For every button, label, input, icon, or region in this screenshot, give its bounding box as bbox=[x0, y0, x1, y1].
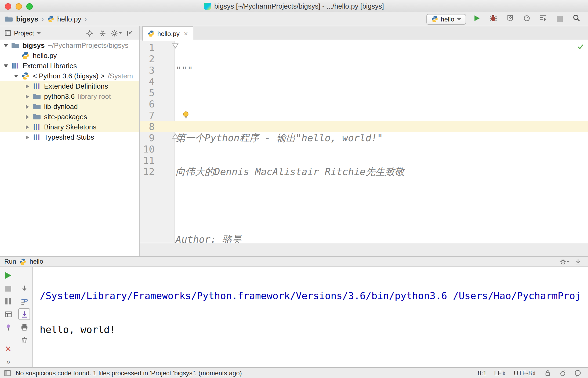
arrow-down-icon bbox=[20, 284, 28, 292]
line-number: 8 bbox=[140, 121, 175, 132]
run-panel-settings-button[interactable] bbox=[559, 257, 570, 266]
stop-button[interactable] bbox=[554, 13, 566, 25]
tree-item-typeshed-stubs[interactable]: Typeshed Stubs bbox=[0, 132, 139, 142]
run-config-selector[interactable]: hello bbox=[426, 14, 466, 24]
status-message[interactable]: No suspicious code found. 1 files proces… bbox=[16, 369, 242, 377]
coverage-button[interactable] bbox=[504, 13, 516, 25]
code-area[interactable]: """ 第一个Python程序 - 输出"hello, world!" 向伟大的… bbox=[176, 42, 588, 243]
tree-item-note: library root bbox=[78, 92, 111, 100]
stop-button[interactable] bbox=[0, 282, 16, 295]
printer-icon bbox=[20, 323, 28, 331]
code-line: 向伟大的Dennis MacAlistair Ritchie先生致敬 bbox=[176, 166, 588, 177]
line-number: 1 bbox=[140, 42, 175, 53]
project-tool-window: Project bigsys ~/PycharmProjects/bi bbox=[0, 26, 140, 256]
line-number: 12 bbox=[140, 166, 175, 177]
run-tab-label[interactable]: hello bbox=[30, 258, 43, 265]
toolwindow-switcher-icon[interactable] bbox=[4, 369, 11, 377]
intention-bulb-icon[interactable] bbox=[182, 111, 190, 119]
pin-icon bbox=[4, 323, 12, 331]
console-output-line: hello, world! bbox=[40, 324, 588, 335]
console-blank-line bbox=[40, 358, 588, 367]
search-icon bbox=[572, 14, 580, 24]
tree-item-extended-definitions[interactable]: Extended Definitions bbox=[0, 81, 139, 91]
chevron-right-icon: › bbox=[85, 15, 87, 23]
close-icon: ✕ bbox=[5, 344, 11, 352]
fold-region-end-icon[interactable] bbox=[172, 133, 179, 139]
title-bar: bigsys [~/PycharmProjects/bigsys] - .../… bbox=[0, 0, 588, 12]
editor-bottom-strip bbox=[140, 243, 588, 256]
print-button[interactable] bbox=[16, 321, 32, 333]
updown-arrows-icon: ⇕ bbox=[502, 370, 506, 376]
tree-item-hello-py[interactable]: hello.py bbox=[0, 50, 139, 61]
tree-item-lib-dynload[interactable]: lib-dynload bbox=[0, 101, 139, 112]
tree-item-site-packages[interactable]: site-packages bbox=[0, 112, 139, 122]
library-icon bbox=[11, 62, 19, 70]
tree-item-python-sdk[interactable]: < Python 3.6 (bigsys) > /System bbox=[0, 71, 139, 81]
hide-panel-button[interactable] bbox=[125, 28, 135, 38]
breadcrumb-file[interactable]: hello.py bbox=[57, 15, 81, 23]
play-icon bbox=[473, 14, 480, 24]
tree-item-python36-root[interactable]: python3.6 library root bbox=[0, 91, 139, 101]
hide-run-panel-button[interactable] bbox=[573, 257, 583, 266]
run-console[interactable]: /System/Library/Frameworks/Python.framew… bbox=[33, 267, 588, 367]
lock-icon[interactable] bbox=[544, 369, 551, 377]
line-number: 5 bbox=[140, 87, 175, 98]
soft-wrap-button[interactable] bbox=[16, 295, 32, 308]
restore-layout-button[interactable] bbox=[0, 308, 16, 321]
debug-button[interactable] bbox=[487, 13, 499, 25]
highlighting-level-icon[interactable] bbox=[559, 369, 567, 377]
scroll-to-end-button[interactable] bbox=[16, 308, 32, 321]
down-the-stack-trace-button[interactable] bbox=[16, 282, 32, 295]
project-panel-title[interactable]: Project bbox=[14, 29, 34, 37]
pause-output-button[interactable] bbox=[0, 295, 16, 308]
minimize-window-button[interactable] bbox=[16, 3, 22, 10]
line-number: 10 bbox=[140, 143, 175, 155]
collapse-all-button[interactable] bbox=[97, 28, 107, 38]
chevron-right-icon: › bbox=[41, 15, 44, 23]
coverage-shield-icon bbox=[506, 14, 514, 24]
inspections-ok-icon[interactable] bbox=[577, 43, 584, 50]
line-number: 2 bbox=[140, 53, 175, 64]
tab-hello-py[interactable]: hello.py × bbox=[142, 26, 193, 41]
code-editor[interactable]: 1 2 3 4 5 6 7 8 9 10 11 12 bbox=[140, 40, 588, 243]
pin-tab-button[interactable] bbox=[0, 321, 16, 333]
breadcrumb-project[interactable]: bigsys bbox=[16, 15, 38, 23]
profiler-button[interactable] bbox=[520, 13, 533, 25]
fold-region-start-icon[interactable] bbox=[172, 43, 179, 49]
folder-icon bbox=[5, 15, 13, 23]
rerun-button[interactable] bbox=[0, 269, 16, 282]
locate-file-button[interactable] bbox=[84, 28, 95, 38]
tree-item-bigsys[interactable]: bigsys ~/PycharmProjects/bigsys bbox=[0, 40, 139, 50]
code-line: 第一个Python程序 - 输出"hello, world!" bbox=[176, 132, 588, 143]
encoding-selector[interactable]: UTF-8⇕ bbox=[514, 369, 536, 377]
code-line: Author: 骆昊 bbox=[176, 234, 588, 243]
search-everywhere-button[interactable] bbox=[570, 13, 583, 25]
run-button[interactable] bbox=[470, 13, 483, 25]
tree-item-label: lib-dynload bbox=[44, 103, 78, 111]
library-icon bbox=[33, 133, 41, 141]
chevron-right-icon bbox=[25, 115, 30, 119]
project-tree: bigsys ~/PycharmProjects/bigsys hello.py… bbox=[0, 40, 139, 256]
run-panel-title[interactable]: Run bbox=[4, 258, 16, 265]
run-toolbar-left: ✕ » bbox=[0, 267, 33, 367]
close-tab-icon[interactable]: × bbox=[184, 30, 188, 38]
line-separator-selector[interactable]: LF⇕ bbox=[494, 369, 506, 377]
line-number-gutter[interactable]: 1 2 3 4 5 6 7 8 9 10 11 12 bbox=[140, 42, 175, 177]
stop-icon bbox=[5, 285, 11, 291]
tree-item-label: Binary Skeletons bbox=[44, 123, 96, 131]
event-log-icon[interactable] bbox=[574, 369, 582, 377]
chevron-down-icon bbox=[118, 32, 122, 34]
close-window-button[interactable] bbox=[5, 3, 11, 10]
line-number: 3 bbox=[140, 64, 175, 76]
line-number: 11 bbox=[140, 155, 175, 166]
console-run-icon bbox=[539, 14, 547, 24]
zoom-window-button[interactable] bbox=[26, 3, 33, 10]
caret-position[interactable]: 8:1 bbox=[478, 369, 487, 377]
tree-item-external-libraries[interactable]: External Libraries bbox=[0, 61, 139, 71]
run-with-console-button[interactable] bbox=[537, 13, 549, 25]
panel-settings-button[interactable] bbox=[110, 28, 122, 38]
close-run-panel-button[interactable]: ✕ bbox=[0, 342, 16, 355]
tree-item-binary-skeletons[interactable]: Binary Skeletons bbox=[0, 122, 139, 132]
more-actions-button[interactable]: » bbox=[0, 355, 16, 368]
clear-all-button[interactable] bbox=[16, 333, 32, 346]
